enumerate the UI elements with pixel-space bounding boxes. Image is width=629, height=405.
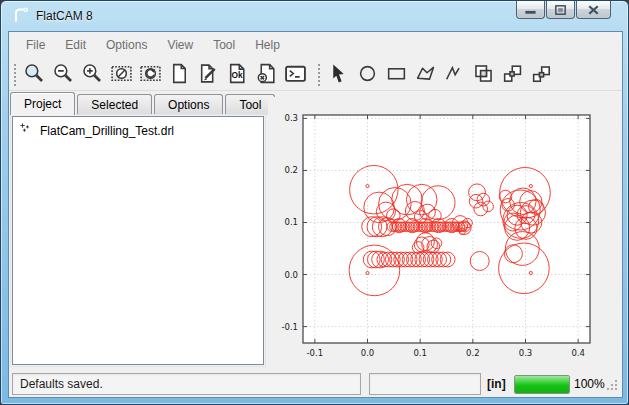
draw-circle-tool-icon xyxy=(356,62,379,85)
clear-plot-icon xyxy=(110,62,133,85)
draw-polygon-tool-button[interactable] xyxy=(411,60,440,88)
toolbar-left-group: Ok xyxy=(20,60,310,88)
draw-polygon-tool-icon xyxy=(414,62,437,85)
replot-icon xyxy=(139,62,162,85)
draw-path-tool-button[interactable] xyxy=(440,60,469,88)
shell-icon xyxy=(284,62,307,85)
x-tick-label: 0.0 xyxy=(361,348,375,358)
flatcam-window: FlatCAM 8 FileEditOptionsViewToolHelp Ok… xyxy=(0,0,629,405)
copy-objects-tool-button[interactable] xyxy=(469,60,498,88)
move-objects-tool-icon xyxy=(501,62,524,85)
tree-item[interactable]: FlatCam_Drilling_Test.drl xyxy=(13,117,263,142)
editor-cancel-icon xyxy=(255,62,278,85)
units-label: [in] xyxy=(487,377,506,391)
plot-canvas[interactable]: -0.10.00.10.20.30.4-0.10.00.10.20.3 xyxy=(268,97,620,369)
menubar: FileEditOptionsViewToolHelp xyxy=(9,32,622,57)
copy-objects-tool-icon xyxy=(472,62,495,85)
clear-plot-button[interactable] xyxy=(107,60,136,88)
new-project-button[interactable] xyxy=(165,60,194,88)
app-content: FileEditOptionsViewToolHelp Ok ProjectSe… xyxy=(8,31,623,398)
tree-item-label: FlatCam_Drilling_Test.drl xyxy=(40,124,174,138)
zoom-fit-button[interactable] xyxy=(20,60,49,88)
tabbar: ProjectSelectedOptionsTool xyxy=(10,92,277,115)
status-secondary-box xyxy=(369,373,481,395)
resize-grip-icon[interactable] xyxy=(606,377,618,395)
project-tree[interactable]: FlatCam_Drilling_Test.drl xyxy=(12,116,264,365)
editor-ok-icon: Ok xyxy=(226,62,249,85)
menu-item-help[interactable]: Help xyxy=(245,34,290,56)
zoom-out-icon xyxy=(52,62,75,85)
progress-percent-label: 100% xyxy=(574,377,605,391)
project-tree-panel: FlatCam_Drilling_Test.drl xyxy=(10,114,266,367)
tab-options[interactable]: Options xyxy=(154,94,223,115)
svg-text:Ok: Ok xyxy=(232,70,244,80)
menu-item-edit[interactable]: Edit xyxy=(55,34,96,56)
status-message: Defaults saved. xyxy=(20,377,103,391)
zoom-fit-icon xyxy=(23,62,46,85)
zoom-out-button[interactable] xyxy=(49,60,78,88)
tab-project[interactable]: Project xyxy=(10,92,75,115)
y-tick-label: -0.1 xyxy=(281,322,298,332)
tab-selected[interactable]: Selected xyxy=(77,94,152,115)
toolbar-grip[interactable] xyxy=(12,62,16,86)
toolbar: Ok xyxy=(9,57,622,91)
plot-area: -0.10.00.10.20.30.4-0.10.00.10.20.3 xyxy=(268,97,620,369)
menu-item-view[interactable]: View xyxy=(157,34,203,56)
toolbar-grip[interactable] xyxy=(316,62,320,86)
y-tick-label: 0.2 xyxy=(284,165,298,175)
move-objects-tool-button[interactable] xyxy=(498,60,527,88)
menu-item-options[interactable]: Options xyxy=(96,34,157,56)
window-controls xyxy=(515,1,611,19)
draw-path-tool-icon xyxy=(443,62,466,85)
x-tick-label: -0.1 xyxy=(307,348,324,358)
edit-object-button[interactable] xyxy=(194,60,223,88)
drill-file-icon-icon xyxy=(19,122,34,137)
editor-cancel-button[interactable] xyxy=(252,60,281,88)
draw-rectangle-tool-icon xyxy=(385,62,408,85)
x-tick-label: 0.4 xyxy=(571,348,585,358)
draw-rectangle-tool-button[interactable] xyxy=(382,60,411,88)
statusbar: Defaults saved. [in] 100% xyxy=(9,370,622,398)
editor-ok-button[interactable]: Ok xyxy=(223,60,252,88)
y-tick-label: 0.1 xyxy=(284,217,298,227)
y-tick-label: 0.0 xyxy=(284,270,298,280)
draw-circle-tool-button[interactable] xyxy=(353,60,382,88)
menu-item-file[interactable]: File xyxy=(16,34,55,56)
duplicate-objects-tool-button[interactable] xyxy=(527,60,556,88)
zoom-in-icon xyxy=(81,62,104,85)
progress-bar xyxy=(514,375,570,394)
x-tick-label: 0.1 xyxy=(413,348,427,358)
select-tool-button[interactable] xyxy=(324,60,353,88)
y-tick-label: 0.3 xyxy=(284,113,298,123)
zoom-in-button[interactable] xyxy=(78,60,107,88)
axes-background xyxy=(303,115,590,343)
toolbar-right-group xyxy=(324,60,556,88)
flatcam-logo-icon xyxy=(11,5,30,28)
new-project-icon xyxy=(168,62,191,85)
x-tick-label: 0.2 xyxy=(466,348,480,358)
x-tick-label: 0.3 xyxy=(519,348,533,358)
close-button[interactable] xyxy=(576,1,611,19)
edit-object-icon xyxy=(197,62,220,85)
minimize-button[interactable] xyxy=(516,1,545,19)
status-message-box: Defaults saved. xyxy=(12,373,361,395)
shell-button[interactable] xyxy=(281,60,310,88)
menu-item-tool[interactable]: Tool xyxy=(203,34,245,56)
select-tool-icon xyxy=(327,62,350,85)
replot-button[interactable] xyxy=(136,60,165,88)
duplicate-objects-tool-icon xyxy=(530,62,553,85)
window-title: FlatCAM 8 xyxy=(36,9,93,23)
progress-fill xyxy=(515,376,569,393)
maximize-button[interactable] xyxy=(546,1,575,19)
